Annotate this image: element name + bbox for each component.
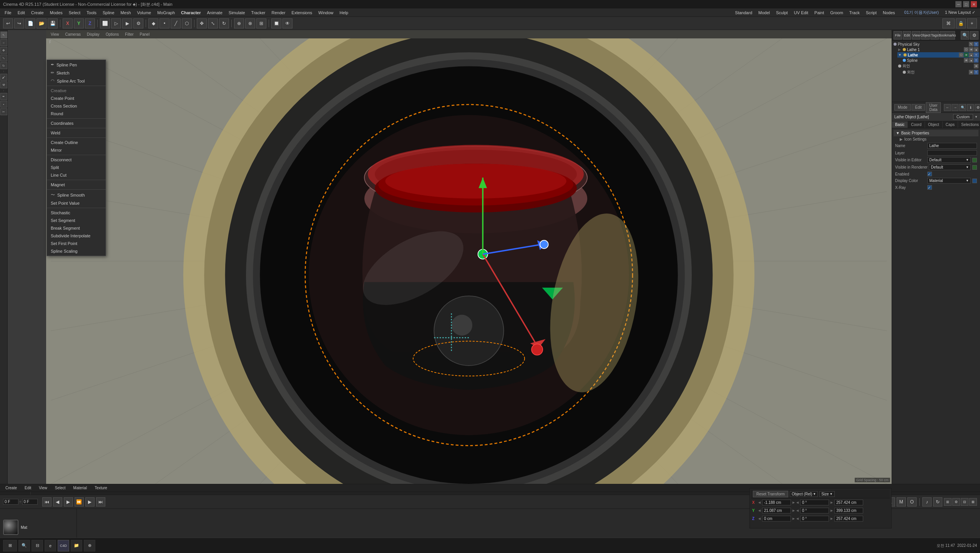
tool-mirror[interactable]: Mirror <box>47 146 106 154</box>
point-tool[interactable]: • <box>0 101 7 108</box>
rp-edit[interactable]: Edit <box>903 31 911 40</box>
taskbar-edge[interactable]: e <box>45 540 56 551</box>
lathe-tag[interactable]: T <box>974 53 978 57</box>
mode-sculpt[interactable]: Sculpt <box>773 10 791 16</box>
lathe1-icon[interactable]: ⬡ <box>964 47 968 52</box>
tab-object[interactable]: Object <box>925 121 943 128</box>
outer2-tag[interactable]: T <box>974 70 978 75</box>
custom-dropdown[interactable]: Custom <box>953 114 973 120</box>
x-rot-prev[interactable]: ◀ <box>796 501 799 504</box>
attr-settings[interactable]: ⚙ <box>975 104 980 111</box>
lathe1-vis[interactable]: 👁 <box>969 47 973 52</box>
mode-groom[interactable]: Groom <box>827 10 846 16</box>
tool-cross-section[interactable]: Cross Section <box>47 102 106 110</box>
spline-render[interactable]: ● <box>969 58 973 63</box>
userdata-button[interactable]: User Data <box>926 102 941 113</box>
menu-mograph[interactable]: MoGraph <box>154 10 178 16</box>
y-prev-btn[interactable]: ◀ <box>758 509 761 512</box>
viewport-canvas[interactable]: Grid Spacing : 50 cm <box>46 38 892 484</box>
x-rot-next[interactable]: ▶ <box>831 501 833 504</box>
render-button[interactable]: ▶ <box>122 18 132 28</box>
tp-expand[interactable]: ⊟ <box>961 498 968 506</box>
obj-outer1[interactable]: 외인 👁 <box>897 63 979 69</box>
layer-value[interactable] <box>927 150 977 156</box>
add-button[interactable]: + <box>967 18 977 28</box>
object-rel-select[interactable]: Object (Rel) ▼ <box>790 491 818 497</box>
z-prev-btn[interactable]: ◀ <box>758 517 761 520</box>
menu-render[interactable]: Render <box>268 10 288 16</box>
x-next-btn[interactable]: ▶ <box>792 501 795 504</box>
tool-set-point-value[interactable]: Set Point Value <box>47 199 106 207</box>
visible-editor-checkbox[interactable] <box>972 158 977 162</box>
mode-standard[interactable]: Standard <box>732 10 756 16</box>
tool-spline-smooth[interactable]: 〜 Spline Smooth <box>47 190 106 199</box>
menu-animate[interactable]: Animate <box>204 10 225 16</box>
obj-key-btn[interactable]: O <box>907 497 917 507</box>
vp-filter[interactable]: Filter <box>123 32 135 37</box>
spline-tag[interactable]: T <box>974 58 978 63</box>
rp-search[interactable]: 🔍 <box>961 31 969 40</box>
mode-nodes[interactable]: Nodes <box>880 10 898 16</box>
open-button[interactable]: 📂 <box>37 18 47 28</box>
undo-button[interactable]: ↩ <box>3 18 13 28</box>
play-fwd-btn[interactable]: ⏩ <box>75 497 84 507</box>
attr-back[interactable]: ← <box>944 104 951 111</box>
display-color-checkbox[interactable] <box>972 179 977 183</box>
attr-info[interactable]: ℹ <box>967 104 974 111</box>
menu-modes[interactable]: Modes <box>47 10 66 16</box>
tab-basic[interactable]: Basic <box>892 121 908 128</box>
lathe-vis[interactable]: 👁 <box>964 53 968 57</box>
visible-renderer-dropdown[interactable]: Default ▼ <box>929 164 971 170</box>
vp-cameras[interactable]: Cameras <box>64 32 83 37</box>
z-rot-prev[interactable]: ◀ <box>796 517 799 520</box>
lathe1-render[interactable]: ● <box>974 47 978 52</box>
live-selection-tool[interactable]: ○ <box>0 39 7 46</box>
rp-settings[interactable]: ⚙ <box>970 31 978 40</box>
z-rot-input[interactable] <box>800 516 829 522</box>
basic-properties-header[interactable]: ▼ Basic Properties <box>894 130 978 136</box>
tool-sketch[interactable]: ✏ Sketch <box>47 69 106 77</box>
visible-editor-dropdown[interactable]: Default ▼ <box>927 157 971 163</box>
menu-tracker[interactable]: Tracker <box>248 10 269 16</box>
current-frame-input[interactable] <box>3 499 18 505</box>
attr-search[interactable]: 🔍 <box>959 104 966 111</box>
search-taskbar[interactable]: 🔍 <box>18 540 30 551</box>
x-size-input[interactable] <box>834 500 863 505</box>
menu-spline[interactable]: Spline <box>100 10 118 16</box>
obj-outer2[interactable]: 외인 👁 T <box>902 69 979 75</box>
rp-bookmarks[interactable]: Bookmarks <box>940 31 955 40</box>
tool-subdivide[interactable]: Subdivide Interpolate <box>47 232 106 240</box>
sky-edit-icon[interactable]: ✎ <box>969 42 973 46</box>
rp-file[interactable]: File <box>894 31 902 40</box>
y-rot-next[interactable]: ▶ <box>831 509 833 512</box>
spline-vis[interactable]: 👁 <box>964 58 968 63</box>
vp-display[interactable]: Display <box>85 32 101 37</box>
taskbar-cinema4d[interactable]: C4D <box>58 540 69 551</box>
display-color-dropdown[interactable]: Material ▼ <box>927 178 971 184</box>
tp-snap[interactable]: ⊞ <box>944 498 952 506</box>
menu-mesh[interactable]: Mesh <box>118 10 134 16</box>
tool-spline-arc[interactable]: ◠ Spline Arc Tool <box>47 77 106 85</box>
prev-frame-btn[interactable]: ◀ <box>53 497 62 507</box>
tool-set-first-point[interactable]: Set First Point <box>47 240 106 247</box>
obj-spline[interactable]: Spline 👁 ● T <box>902 58 979 63</box>
menu-volume[interactable]: Volume <box>134 10 154 16</box>
tool-break-segment[interactable]: Break Segment <box>47 224 106 232</box>
cmd-button[interactable]: ⌘ <box>942 18 955 28</box>
taskview-btn[interactable]: ⊟ <box>32 540 43 551</box>
name-value[interactable]: Lathe <box>927 143 977 149</box>
tool-magnet[interactable]: Magnet <box>47 181 106 189</box>
motion-key-btn[interactable]: M <box>897 497 906 507</box>
menu-simulate[interactable]: Simulate <box>226 10 248 16</box>
edge-mode-button[interactable]: ╱ <box>171 18 181 28</box>
move-tool[interactable]: ✥ <box>197 18 207 28</box>
tool-set-segment[interactable]: Set Segment <box>47 217 106 224</box>
x-prev-btn[interactable]: ◀ <box>758 501 761 504</box>
go-end-btn[interactable]: ⏭ <box>96 497 105 507</box>
x-pos-input[interactable] <box>762 500 791 505</box>
knife-tool[interactable]: ✂ <box>0 108 7 115</box>
rotate-tool[interactable]: ↻ <box>219 18 229 28</box>
tool-disconnect[interactable]: Disconnect <box>47 156 106 164</box>
tool-split[interactable]: Split <box>47 164 106 171</box>
go-start-btn[interactable]: ⏮ <box>42 497 51 507</box>
